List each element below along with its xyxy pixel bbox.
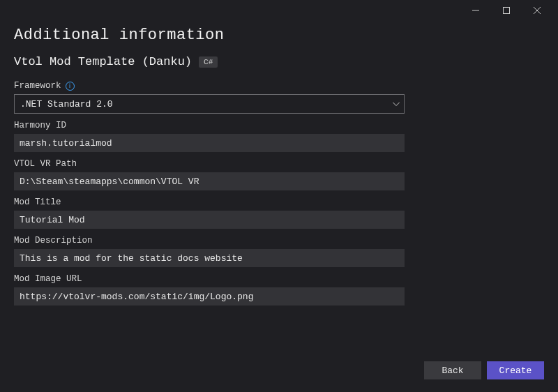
footer-buttons: Back Create: [424, 361, 544, 379]
framework-value: .NET Standard 2.0: [20, 99, 113, 110]
mod-title-field: Mod Title Tutorial Mod: [14, 197, 544, 229]
mod-image-url-label: Mod Image URL: [14, 274, 82, 284]
window-titlebar: [0, 0, 558, 21]
mod-title-label: Mod Title: [14, 197, 61, 207]
create-button[interactable]: Create: [487, 361, 544, 379]
framework-select[interactable]: .NET Standard 2.0: [14, 94, 405, 114]
maximize-button[interactable]: [491, 0, 522, 21]
mod-title-input[interactable]: Tutorial Mod: [14, 211, 405, 229]
vr-path-field: VTOL VR Path D:\Steam\steamapps\common\V…: [14, 159, 544, 190]
template-header: Vtol Mod Template (Danku) C#: [14, 55, 544, 68]
language-tag: C#: [199, 56, 218, 68]
harmony-id-field: Harmony ID marsh.tutorialmod: [14, 121, 544, 152]
back-button[interactable]: Back: [424, 361, 481, 379]
vr-path-input[interactable]: D:\Steam\steamapps\common\VTOL VR: [14, 172, 405, 190]
harmony-id-label: Harmony ID: [14, 121, 66, 130]
mod-description-label: Mod Description: [14, 236, 93, 246]
template-name: Vtol Mod Template (Danku): [14, 55, 192, 68]
page-title: Additional information: [0, 21, 558, 55]
close-button[interactable]: [522, 0, 552, 21]
mod-image-url-input[interactable]: https://vtolvr-mods.com/static/img/Logo.…: [14, 287, 405, 306]
mod-description-field: Mod Description This is a mod for the st…: [14, 236, 544, 267]
vr-path-label: VTOL VR Path: [14, 159, 77, 169]
svg-rect-0: [504, 8, 510, 14]
framework-label: Framework: [14, 81, 61, 91]
mod-image-url-field: Mod Image URL https://vtolvr-mods.com/st…: [14, 274, 544, 306]
mod-description-input[interactable]: This is a mod for the static docs websit…: [14, 249, 405, 267]
harmony-id-input[interactable]: marsh.tutorialmod: [14, 134, 405, 152]
chevron-down-icon: [393, 99, 400, 110]
framework-field: Framework i .NET Standard 2.0: [14, 81, 544, 114]
info-icon[interactable]: i: [66, 82, 75, 91]
minimize-button[interactable]: [460, 0, 491, 21]
form-content: Vtol Mod Template (Danku) C# Framework i…: [0, 55, 558, 306]
